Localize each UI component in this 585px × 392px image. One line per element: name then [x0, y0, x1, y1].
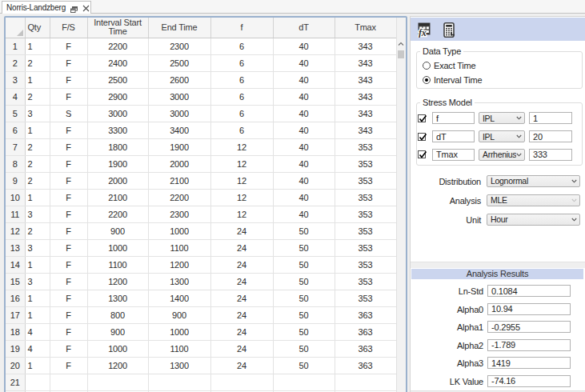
f-cell[interactable]: 24 — [210, 323, 273, 340]
f-cell[interactable]: 6 — [210, 38, 273, 54]
tmax-cell[interactable]: 353 — [335, 222, 396, 239]
tmax-cell[interactable]: 353 — [335, 290, 396, 306]
f-cell[interactable]: 12 — [210, 155, 273, 172]
stress-name-input[interactable]: dT — [432, 130, 475, 142]
f-cell[interactable]: 24 — [210, 239, 273, 256]
row-number-cell[interactable]: 13 — [6, 239, 25, 256]
qty-cell[interactable]: 2 — [25, 172, 50, 189]
column-header-f[interactable]: f — [210, 18, 273, 38]
row-number-cell[interactable]: 17 — [6, 306, 25, 323]
interval-start-cell[interactable]: 2200 — [87, 38, 148, 54]
end-time-cell[interactable]: 1900 — [148, 138, 210, 155]
fs-cell[interactable]: F — [50, 273, 87, 290]
result-value-field[interactable]: -74.16 — [487, 375, 571, 387]
f-cell[interactable]: 24 — [210, 340, 273, 357]
end-time-cell[interactable]: 1300 — [148, 357, 210, 374]
checkbox-checked-icon[interactable] — [418, 150, 426, 158]
close-tab-icon[interactable] — [82, 4, 90, 11]
f-cell[interactable]: 24 — [210, 306, 273, 323]
float-window-icon[interactable] — [70, 5, 78, 11]
row-number-cell[interactable]: 5 — [6, 105, 25, 122]
f-cell[interactable]: 24 — [210, 222, 273, 239]
qty-cell[interactable]: 3 — [25, 273, 50, 290]
column-header-interval-start[interactable]: Interval Start Time — [87, 18, 148, 38]
interval-start-cell[interactable]: 1200 — [87, 273, 148, 290]
tmax-cell[interactable]: 353 — [335, 273, 396, 290]
dt-cell[interactable]: 50 — [273, 340, 335, 357]
scroll-up-button[interactable] — [397, 38, 406, 50]
result-value-field[interactable]: 0.1084 — [487, 285, 571, 297]
interval-start-cell[interactable]: 3300 — [87, 122, 148, 138]
row-number-cell[interactable]: 18 — [6, 323, 25, 340]
end-time-cell[interactable]: 2600 — [148, 71, 210, 88]
interval-start-cell[interactable]: 1100 — [87, 256, 148, 273]
f-cell[interactable]: 6 — [210, 71, 273, 88]
result-value-field[interactable]: 1419 — [487, 357, 571, 369]
qty-cell[interactable]: 2 — [25, 138, 50, 155]
dt-cell[interactable]: 40 — [273, 54, 335, 71]
tmax-cell[interactable]: 343 — [335, 71, 396, 88]
tmax-cell[interactable]: 353 — [335, 256, 396, 273]
qty-cell[interactable]: 1 — [25, 38, 50, 54]
interval-start-cell[interactable]: 900 — [87, 222, 148, 239]
fs-cell[interactable]: F — [50, 290, 87, 306]
radio-exact-time[interactable]: Exact Time — [423, 62, 475, 70]
setting-select[interactable]: MLE — [487, 194, 580, 206]
interval-start-cell[interactable]: 1000 — [87, 239, 148, 256]
tmax-cell[interactable]: 353 — [335, 172, 396, 189]
qty-cell[interactable]: 3 — [25, 206, 50, 222]
row-number-cell[interactable]: 20 — [6, 357, 25, 374]
select-all-corner-cell[interactable] — [6, 18, 25, 38]
checkbox-checked-icon[interactable] — [418, 114, 426, 122]
tmax-cell[interactable]: 363 — [335, 306, 396, 323]
tmax-cell[interactable]: 353 — [335, 189, 396, 206]
column-header-fs[interactable]: F/S — [50, 18, 87, 38]
row-number-cell[interactable]: 14 — [6, 256, 25, 273]
end-time-cell[interactable]: 1300 — [148, 273, 210, 290]
radio-button-selected-icon[interactable] — [423, 76, 431, 84]
dt-cell[interactable]: 40 — [273, 172, 335, 189]
end-time-cell[interactable]: 2300 — [148, 38, 210, 54]
end-time-cell[interactable]: 2100 — [148, 172, 210, 189]
dt-cell[interactable]: 40 — [273, 88, 335, 105]
dt-cell[interactable] — [273, 374, 335, 390]
fs-cell[interactable]: F — [50, 357, 87, 374]
f-cell[interactable]: 6 — [210, 54, 273, 71]
interval-start-cell[interactable]: 2900 — [87, 88, 148, 105]
dt-cell[interactable]: 40 — [273, 206, 335, 222]
column-header-dt[interactable]: dT — [273, 18, 335, 38]
setting-select[interactable]: Hour — [487, 214, 580, 226]
f-cell[interactable]: 12 — [210, 172, 273, 189]
interval-start-cell[interactable]: 1000 — [87, 340, 148, 357]
fs-cell[interactable]: F — [50, 138, 87, 155]
row-number-cell[interactable]: 8 — [6, 155, 25, 172]
row-number-cell[interactable]: 19 — [6, 340, 25, 357]
row-number-cell[interactable]: 21 — [6, 374, 25, 390]
column-header-qty[interactable]: Qty — [25, 18, 50, 38]
qty-cell[interactable]: 2 — [25, 222, 50, 239]
f-cell[interactable]: 12 — [210, 189, 273, 206]
result-value-field[interactable]: -0.2955 — [487, 321, 571, 333]
stress-name-input[interactable]: Tmax — [432, 149, 475, 161]
fs-cell[interactable]: F — [50, 340, 87, 357]
fs-cell[interactable]: F — [50, 172, 87, 189]
interval-start-cell[interactable]: 1800 — [87, 138, 148, 155]
qty-cell[interactable]: 1 — [25, 122, 50, 138]
stress-value-input[interactable]: 1 — [529, 112, 572, 124]
fs-cell[interactable]: F — [50, 54, 87, 71]
tmax-cell[interactable]: 363 — [335, 340, 396, 357]
tmax-cell[interactable]: 343 — [335, 105, 396, 122]
fs-cell[interactable]: F — [50, 323, 87, 340]
interval-start-cell[interactable]: 900 — [87, 323, 148, 340]
row-number-cell[interactable]: 10 — [6, 189, 25, 206]
tmax-cell[interactable]: 363 — [335, 323, 396, 340]
result-value-field[interactable]: 10.94 — [487, 303, 571, 315]
qty-cell[interactable]: 1 — [25, 71, 50, 88]
interval-start-cell[interactable]: 2100 — [87, 189, 148, 206]
setting-select[interactable]: Lognormal — [487, 175, 580, 187]
f-cell[interactable]: 24 — [210, 256, 273, 273]
tmax-cell[interactable]: 343 — [335, 88, 396, 105]
stress-model-select[interactable]: IPL — [479, 112, 525, 124]
panel-splitter[interactable] — [411, 262, 585, 268]
row-number-cell[interactable]: 7 — [6, 138, 25, 155]
